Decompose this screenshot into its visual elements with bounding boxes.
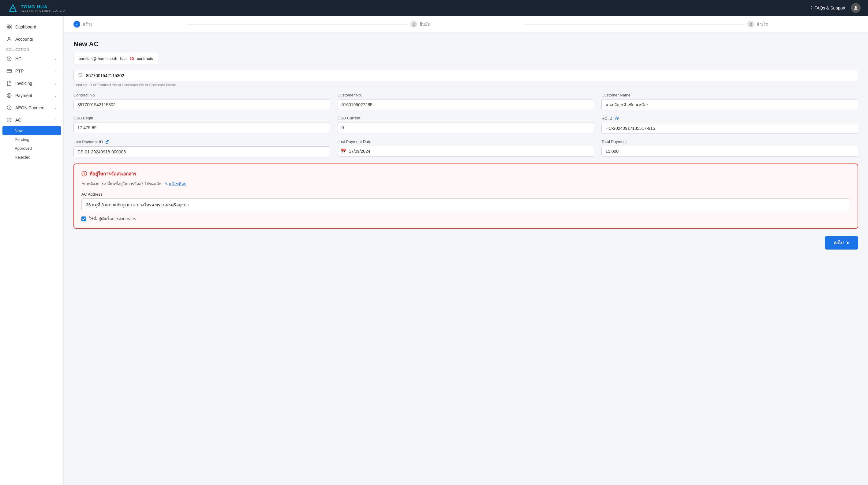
svg-rect-5 (10, 25, 11, 26)
collection-section-label: Collection (0, 45, 63, 53)
search-icon (78, 72, 83, 79)
sidebar-sub-new[interactable]: New (2, 126, 61, 135)
alert-address-label: AC Address (82, 192, 850, 196)
aeon-chevron-icon: ⌄ (54, 105, 57, 110)
faq-link[interactable]: ? FAQs & Support (810, 5, 845, 10)
last-payment-date-label: Last Payment Date (338, 139, 594, 144)
svg-point-15 (8, 95, 10, 96)
logo-text: TONG HUA ASSET MANAGEMENT CO., LTD. (21, 4, 65, 12)
svg-point-19 (79, 73, 82, 77)
search-hint: Contract ID or Contract No or Customer N… (73, 83, 858, 87)
sidebar-item-accounts[interactable]: Accounts (0, 33, 63, 45)
ac-chevron-icon: ⌃ (54, 118, 57, 122)
customer-no-input[interactable] (338, 99, 594, 110)
total-payment-field: Total Payment (601, 139, 858, 157)
info-bar-email: pantitas@thamc.co.th (79, 56, 117, 61)
sidebar-item-aeon-payment[interactable]: AEON Payment ⌄ (0, 102, 63, 114)
user-icon[interactable] (851, 3, 861, 13)
aeon-payment-icon (6, 105, 12, 111)
invoicing-chevron-icon: ⌄ (54, 81, 57, 85)
contract-no-field: Contract No. (73, 93, 330, 110)
use-address-checkbox[interactable] (82, 216, 86, 221)
hc-chevron-icon: ⌄ (54, 57, 57, 61)
footer-actions: ต่อไป ➤ (73, 236, 858, 249)
search-input[interactable] (86, 73, 854, 78)
info-bar-prefix-text: has (119, 56, 128, 61)
alert-subtitle: *หากต้องการเปลี่ยนที่อยู่ในการจัดส่ง โปร… (82, 181, 850, 187)
sidebar-sub-rejected[interactable]: Rejected (0, 153, 63, 162)
contract-no-label: Contract No. (73, 93, 330, 97)
osb-current-field: OSB Current (338, 116, 594, 134)
total-payment-input[interactable] (601, 146, 858, 157)
last-payment-date-field: Last Payment Date 📅 (338, 139, 594, 157)
svg-point-14 (7, 93, 11, 98)
step-create: สร้าง (73, 21, 184, 28)
ptp-chevron-icon: ⌄ (54, 69, 57, 73)
last-payment-date-input[interactable] (338, 146, 594, 157)
main-content: สร้าง 2 ยืนยัน 3 สำเร็จ New AC pantitas@… (64, 16, 868, 485)
last-payment-id-label: Last Payment ID 🗗 (73, 139, 330, 145)
hc-id-ext-link-icon[interactable]: 🗗 (615, 116, 619, 121)
last-payment-date-wrapper: 📅 (338, 146, 594, 157)
alert-icon: ⓘ (82, 170, 87, 178)
alert-title: ⓘ ที่อยู่ในการจัดส่งเอกสาร (82, 170, 850, 178)
invoicing-icon (6, 80, 12, 86)
topnav-right: ? FAQs & Support (810, 3, 861, 13)
osb-current-input[interactable] (338, 122, 594, 133)
customer-name-label: Customer Name (601, 93, 858, 97)
info-bar-count: 10 (129, 56, 134, 61)
alert-edit-link[interactable]: แก้ไขที่อยู่ (169, 182, 186, 186)
accounts-icon (6, 36, 12, 42)
sidebar-sub-pending[interactable]: Pending (0, 135, 63, 144)
dashboard-icon (6, 24, 12, 30)
svg-rect-2 (11, 8, 15, 9)
sidebar-item-hc[interactable]: HC ⌄ (0, 53, 63, 65)
hc-icon (6, 56, 12, 62)
sidebar: Dashboard Accounts Collection HC ⌄ PTP ⌄ (0, 16, 64, 485)
calendar-icon: 📅 (341, 149, 346, 154)
checkbox-row: ใช้ที่อยู่เดิมในการส่งเอกสาร (82, 216, 850, 222)
svg-point-3 (855, 6, 857, 8)
osb-begin-input[interactable] (73, 122, 330, 133)
sidebar-item-dashboard[interactable]: Dashboard (0, 21, 63, 33)
info-bar: pantitas@thamc.co.th has 10 contracts (73, 53, 158, 64)
last-payment-id-input[interactable] (73, 146, 330, 157)
step-success-circle: 3 (747, 21, 754, 28)
step-divider-2 (524, 24, 745, 25)
page-title: New AC (73, 40, 858, 48)
customer-no-label: Customer No. (338, 93, 594, 97)
question-icon: ? (810, 5, 813, 10)
stepper: สร้าง 2 ยืนยัน 3 สำเร็จ (64, 16, 868, 33)
customer-name-input[interactable] (601, 99, 858, 110)
step-confirm-circle: 2 (410, 21, 417, 28)
hc-id-input[interactable] (601, 123, 858, 134)
svg-rect-7 (10, 28, 11, 29)
logo: TONG HUA ASSET MANAGEMENT CO., LTD. (7, 2, 65, 13)
step-create-circle (73, 21, 80, 28)
next-button[interactable]: ต่อไป ➤ (825, 236, 858, 249)
last-payment-id-ext-link-icon[interactable]: 🗗 (105, 139, 110, 145)
sidebar-sub-approved[interactable]: Approved (0, 144, 63, 153)
ac-icon (6, 117, 12, 123)
ptp-icon (6, 68, 12, 74)
sidebar-item-payment[interactable]: Payment ⌄ (0, 89, 63, 102)
total-payment-label: Total Payment (601, 139, 858, 144)
osb-begin-field: OSB Begin (73, 116, 330, 134)
sidebar-item-ptp[interactable]: PTP ⌄ (0, 65, 63, 77)
hc-id-label: HC ID 🗗 (601, 116, 858, 121)
logo-icon (7, 2, 18, 13)
search-box[interactable] (73, 70, 858, 81)
step-success: 3 สำเร็จ (747, 21, 858, 28)
customer-no-field: Customer No. (338, 93, 594, 110)
sidebar-item-invoicing[interactable]: Invoicing ⌄ (0, 77, 63, 89)
customer-name-field: Customer Name (601, 93, 858, 110)
edit-icon: ✎ (165, 182, 168, 186)
topnav: TONG HUA ASSET MANAGEMENT CO., LTD. ? FA… (0, 0, 868, 16)
use-address-label: ใช้ที่อยู่เดิมในการส่งเอกสาร (89, 216, 136, 222)
form-grid: Contract No. Customer No. Customer Name … (73, 93, 858, 157)
sidebar-item-ac[interactable]: AC ⌃ (0, 114, 63, 126)
svg-rect-6 (7, 28, 8, 29)
info-bar-suffix: contracts (136, 56, 153, 61)
alert-address-value: 36 หมู่ที่ 3 ต.กกแก้วบูรพา อ.บางไทรจ.พระ… (82, 199, 850, 211)
contract-no-input[interactable] (73, 99, 330, 110)
